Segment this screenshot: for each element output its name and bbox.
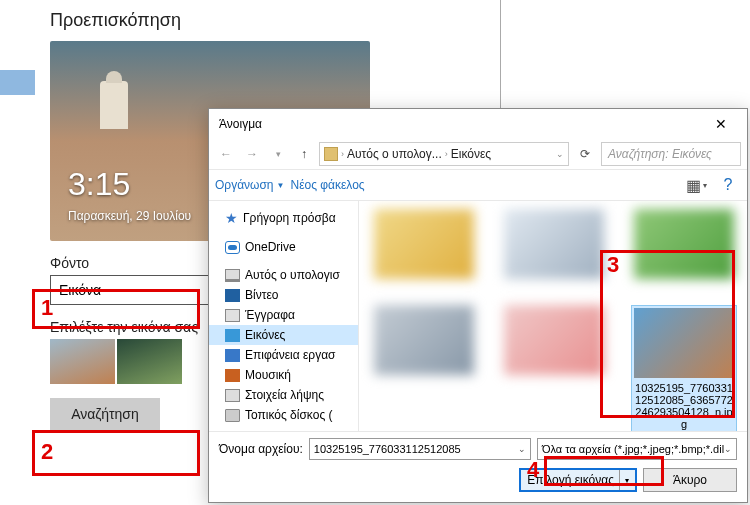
desktop-folder-icon bbox=[225, 349, 240, 362]
tree-desktop[interactable]: Επιφάνεια εργασ bbox=[209, 345, 358, 365]
filetype-filter[interactable]: Όλα τα αρχεία (*.jpg;*.jpeg;*.bmp;*.dil … bbox=[537, 438, 737, 460]
chevron-down-icon: ▾ bbox=[701, 181, 707, 190]
filename-label: Όνομα αρχείου: bbox=[219, 442, 303, 456]
help-icon[interactable]: ? bbox=[715, 174, 741, 196]
search-input[interactable]: Αναζήτηση: Εικόνες bbox=[601, 142, 741, 166]
open-button[interactable]: Επιλογή εικόνας ▾ bbox=[519, 468, 637, 492]
folder-icon bbox=[324, 147, 338, 161]
sidebar-highlight bbox=[0, 70, 35, 95]
preview-artwork bbox=[100, 81, 128, 129]
pc-icon bbox=[225, 269, 240, 282]
tree-images[interactable]: Εικόνες bbox=[209, 325, 358, 345]
chevron-right-icon: › bbox=[341, 149, 344, 159]
file-thumbnail bbox=[634, 209, 734, 279]
recent-image-thumb[interactable] bbox=[50, 339, 115, 384]
dialog-body: ★Γρήγορη πρόσβα OneDrive Αυτός ο υπολογι… bbox=[209, 201, 747, 431]
file-open-dialog: Άνοιγμα ✕ ← → ▾ ↑ › Αυτός ο υπολογ... › … bbox=[208, 108, 748, 503]
file-list: 10325195_776033112512085_636577224629350… bbox=[359, 201, 747, 431]
tree-onedrive[interactable]: OneDrive bbox=[209, 237, 358, 257]
dialog-title: Άνοιγμα bbox=[219, 117, 262, 131]
tree-music[interactable]: Μουσική bbox=[209, 365, 358, 385]
filename-value: 10325195_776033112512085 bbox=[314, 443, 461, 455]
images-folder-icon bbox=[225, 329, 240, 342]
file-thumbnail bbox=[504, 305, 604, 375]
preview-clock: 3:15 bbox=[68, 166, 130, 203]
dialog-titlebar: Άνοιγμα ✕ bbox=[209, 109, 747, 139]
tree-quick-access[interactable]: ★Γρήγορη πρόσβα bbox=[209, 207, 358, 229]
breadcrumb-pc[interactable]: Αυτός ο υπολογ... bbox=[347, 147, 442, 161]
file-item[interactable] bbox=[371, 207, 477, 285]
file-thumbnail bbox=[374, 305, 474, 375]
file-item[interactable] bbox=[501, 207, 607, 285]
folder-tree: ★Γρήγορη πρόσβα OneDrive Αυτός ο υπολογι… bbox=[209, 201, 359, 431]
onedrive-icon bbox=[225, 241, 240, 254]
filter-value: Όλα τα αρχεία (*.jpg;*.jpeg;*.bmp;*.dil bbox=[542, 443, 724, 455]
file-item[interactable] bbox=[631, 207, 737, 285]
dialog-navbar: ← → ▾ ↑ › Αυτός ο υπολογ... › Εικόνες ⌄ … bbox=[209, 139, 747, 169]
background-value: Εικόνα bbox=[59, 282, 101, 298]
divider bbox=[500, 0, 501, 108]
tree-documents[interactable]: Έγγραφα bbox=[209, 305, 358, 325]
recent-image-thumb[interactable] bbox=[117, 339, 182, 384]
star-icon: ★ bbox=[225, 210, 238, 226]
search-placeholder: Αναζήτηση: Εικόνες bbox=[608, 147, 712, 161]
nav-forward-icon[interactable]: → bbox=[241, 143, 263, 165]
nav-up-icon[interactable]: ↑ bbox=[293, 143, 315, 165]
video-folder-icon bbox=[225, 289, 240, 302]
cancel-button[interactable]: Άκυρο bbox=[643, 468, 737, 492]
new-folder-button[interactable]: Νέος φάκελος bbox=[290, 178, 364, 192]
file-thumbnail bbox=[504, 209, 604, 279]
organize-menu[interactable]: Οργάνωση▼ bbox=[215, 178, 284, 192]
disk-icon bbox=[225, 409, 240, 422]
preview-heading: Προεπισκόπηση bbox=[50, 10, 750, 31]
chevron-right-icon: › bbox=[445, 149, 448, 159]
file-item[interactable] bbox=[501, 303, 607, 431]
view-options-icon[interactable]: ▦▾ bbox=[683, 174, 709, 196]
breadcrumb-folder[interactable]: Εικόνες bbox=[451, 147, 491, 161]
chevron-down-icon: ⌄ bbox=[518, 444, 526, 454]
chevron-down-icon[interactable]: ⌄ bbox=[556, 149, 564, 159]
documents-folder-icon bbox=[225, 309, 240, 322]
dialog-toolbar: Οργάνωση▼ Νέος φάκελος ▦▾ ? bbox=[209, 169, 747, 201]
tree-local-disk[interactable]: Τοπικός δίσκος ( bbox=[209, 405, 358, 425]
tree-videos[interactable]: Βίντεο bbox=[209, 285, 358, 305]
nav-back-icon[interactable]: ← bbox=[215, 143, 237, 165]
filename-input[interactable]: 10325195_776033112512085 ⌄ bbox=[309, 438, 531, 460]
file-thumbnail bbox=[634, 308, 734, 378]
file-thumbnail bbox=[374, 209, 474, 279]
nav-recent-icon[interactable]: ▾ bbox=[267, 143, 289, 165]
music-folder-icon bbox=[225, 369, 240, 382]
chevron-down-icon: ▼ bbox=[277, 181, 285, 190]
file-item[interactable] bbox=[371, 303, 477, 431]
downloads-folder-icon bbox=[225, 389, 240, 402]
file-name-label: 10325195_776033112512085_636577224629350… bbox=[634, 382, 734, 430]
dialog-footer: Όνομα αρχείου: 10325195_776033112512085 … bbox=[209, 431, 747, 502]
preview-date: Παρασκευή, 29 Ιουλίου bbox=[68, 209, 191, 223]
tree-downloads[interactable]: Στοιχεία λήψης bbox=[209, 385, 358, 405]
file-item-selected[interactable]: 10325195_776033112512085_636577224629350… bbox=[631, 303, 737, 431]
chevron-down-icon: ⌄ bbox=[724, 444, 732, 454]
tree-this-pc[interactable]: Αυτός ο υπολογισ bbox=[209, 265, 358, 285]
breadcrumb[interactable]: › Αυτός ο υπολογ... › Εικόνες ⌄ bbox=[319, 142, 569, 166]
close-button[interactable]: ✕ bbox=[701, 112, 741, 136]
split-button-arrow-icon[interactable]: ▾ bbox=[619, 470, 629, 490]
refresh-icon[interactable]: ⟳ bbox=[573, 142, 597, 166]
browse-button[interactable]: Αναζήτηση bbox=[50, 398, 160, 430]
